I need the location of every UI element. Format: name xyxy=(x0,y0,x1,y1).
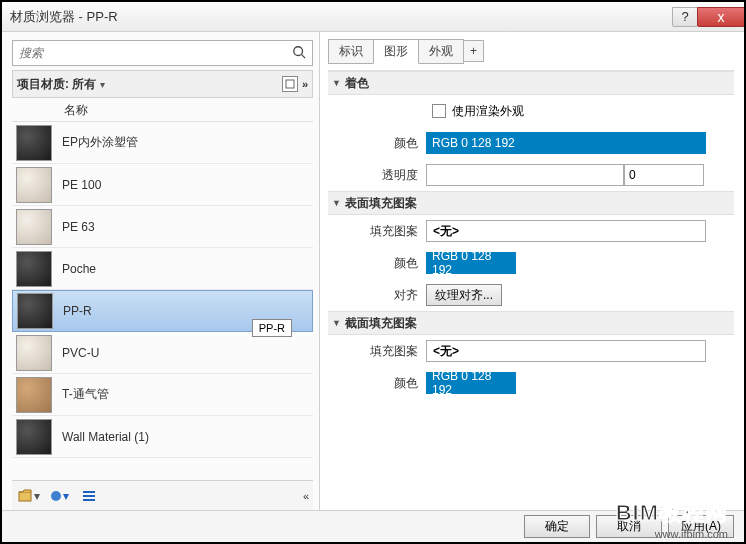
transparency-value[interactable]: 0 xyxy=(624,164,704,186)
pattern-label: 填充图案 xyxy=(348,223,426,240)
chevron-down-icon: ▼ xyxy=(332,78,341,88)
chevron-down-icon: ▼ xyxy=(332,318,341,328)
new-material-icon[interactable]: ▾ xyxy=(48,486,70,506)
close-button[interactable]: x xyxy=(697,7,745,27)
material-label: EP内外涂塑管 xyxy=(62,134,138,151)
left-pane: 项目材质: 所有 ▾ » 名称 EP内外涂塑管 PE 100 xyxy=(2,32,320,510)
svg-rect-2 xyxy=(286,80,294,88)
collapse-icon[interactable]: « xyxy=(303,490,307,502)
list-item[interactable]: EP内外涂塑管 xyxy=(12,122,313,164)
surface-color-field[interactable]: RGB 0 128 192 xyxy=(426,252,516,274)
pattern-label: 填充图案 xyxy=(348,343,426,360)
use-render-checkbox[interactable] xyxy=(432,104,446,118)
tab-appearance[interactable]: 外观 xyxy=(418,39,464,64)
material-label: PP-R xyxy=(63,304,92,318)
cut-color-field[interactable]: RGB 0 128 192 xyxy=(426,372,516,394)
transparency-slider[interactable] xyxy=(426,164,624,186)
library-icon[interactable]: ▾ xyxy=(18,486,40,506)
material-thumbnail xyxy=(16,167,52,203)
svg-point-0 xyxy=(294,46,303,55)
properties-panel: ▼ 着色 使用渲染外观 颜色 RGB 0 128 192 透明度 xyxy=(328,70,734,510)
titlebar[interactable]: 材质浏览器 - PP-R ? x xyxy=(2,2,744,32)
window-title: 材质浏览器 - PP-R xyxy=(10,8,118,26)
tooltip: PP-R xyxy=(252,319,292,337)
dialog-footer: 确定 取消 应用(A) xyxy=(2,510,744,542)
list-item[interactable]: PE 63 xyxy=(12,206,313,248)
svg-point-4 xyxy=(51,491,61,501)
color-label: 颜色 xyxy=(348,135,426,152)
list-item[interactable]: Wall Material (1) xyxy=(12,416,313,458)
texture-align-button[interactable]: 纹理对齐... xyxy=(426,284,502,306)
list-item-selected[interactable]: PP-R PP-R xyxy=(12,290,313,332)
section-shading[interactable]: ▼ 着色 xyxy=(328,71,734,95)
column-header-name[interactable]: 名称 xyxy=(12,100,313,122)
align-label: 对齐 xyxy=(348,287,426,304)
color-label: 颜色 xyxy=(348,375,426,392)
dropdown-arrow-icon: ▾ xyxy=(100,79,105,90)
project-filter-label: 项目材质: 所有 xyxy=(17,76,96,93)
material-label: Wall Material (1) xyxy=(62,430,149,444)
list-item[interactable]: PVC-U xyxy=(12,332,313,374)
color-label: 颜色 xyxy=(348,255,426,272)
tabs: 标识 图形 外观 + xyxy=(328,38,734,64)
section-title: 截面填充图案 xyxy=(345,315,417,332)
ok-button[interactable]: 确定 xyxy=(524,515,590,538)
material-thumbnail xyxy=(16,251,52,287)
search-input[interactable] xyxy=(19,46,292,60)
material-thumbnail xyxy=(16,377,52,413)
search-icon[interactable] xyxy=(292,45,306,62)
left-toolbar: ▾ ▾ « xyxy=(12,480,313,510)
material-thumbnail xyxy=(16,335,52,371)
svg-rect-3 xyxy=(19,492,31,501)
view-mode-icon[interactable] xyxy=(282,76,298,92)
shading-color-field[interactable]: RGB 0 128 192 xyxy=(426,132,706,154)
section-surface-pattern[interactable]: ▼ 表面填充图案 xyxy=(328,191,734,215)
chevron-down-icon: ▼ xyxy=(332,198,341,208)
material-browser-window: 材质浏览器 - PP-R ? x 项目材质: 所有 ▾ xyxy=(2,2,744,542)
material-list: EP内外涂塑管 PE 100 PE 63 Poche PP-R PP xyxy=(12,122,313,480)
material-label: PE 100 xyxy=(62,178,101,192)
svg-line-1 xyxy=(302,54,306,58)
right-pane: 标识 图形 外观 + ▼ 着色 使用渲染外观 颜色 RGB 0 128 192 xyxy=(320,32,744,510)
surface-pattern-field[interactable]: <无> xyxy=(426,220,706,242)
material-thumbnail xyxy=(16,209,52,245)
material-label: PE 63 xyxy=(62,220,95,234)
material-label: Poche xyxy=(62,262,96,276)
list-view-icon[interactable] xyxy=(78,486,100,506)
apply-button[interactable]: 应用(A) xyxy=(668,515,734,538)
material-thumbnail xyxy=(17,293,53,329)
help-button[interactable]: ? xyxy=(672,7,698,27)
section-title: 着色 xyxy=(345,75,369,92)
list-item[interactable]: PE 100 xyxy=(12,164,313,206)
search-box[interactable] xyxy=(12,40,313,66)
material-label: T-通气管 xyxy=(62,386,109,403)
list-item[interactable]: T-通气管 xyxy=(12,374,313,416)
cut-pattern-field[interactable]: <无> xyxy=(426,340,706,362)
transparency-label: 透明度 xyxy=(348,167,426,184)
use-render-label: 使用渲染外观 xyxy=(452,103,524,120)
list-item[interactable]: Poche xyxy=(12,248,313,290)
tab-identity[interactable]: 标识 xyxy=(328,39,374,64)
tab-graphics[interactable]: 图形 xyxy=(373,39,419,64)
cancel-button[interactable]: 取消 xyxy=(596,515,662,538)
tab-add[interactable]: + xyxy=(463,40,484,62)
material-thumbnail xyxy=(16,125,52,161)
material-thumbnail xyxy=(16,419,52,455)
section-cut-pattern[interactable]: ▼ 截面填充图案 xyxy=(328,311,734,335)
section-title: 表面填充图案 xyxy=(345,195,417,212)
expand-icon[interactable]: » xyxy=(302,78,308,90)
project-filter[interactable]: 项目材质: 所有 ▾ » xyxy=(12,70,313,98)
material-label: PVC-U xyxy=(62,346,99,360)
